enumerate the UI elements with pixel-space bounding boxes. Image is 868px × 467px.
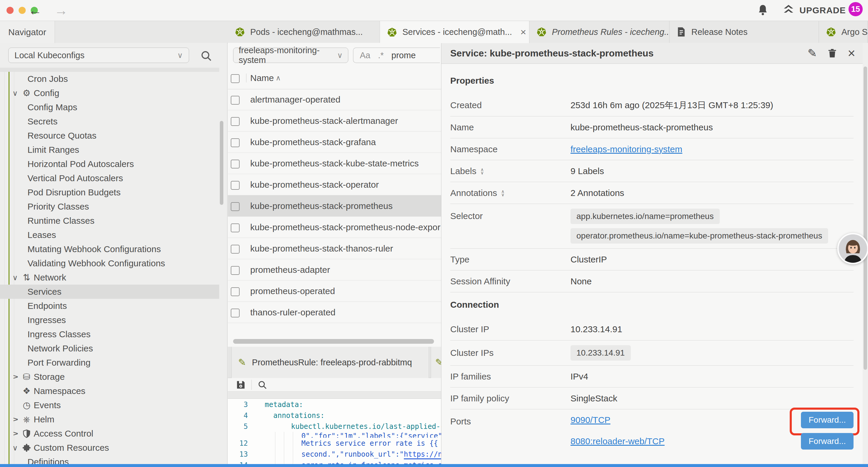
port-link[interactable]: 9090/TCP	[570, 415, 610, 425]
match-case-toggle[interactable]: Aa	[360, 51, 370, 60]
notification-badge[interactable]: 15	[848, 2, 863, 16]
table-row[interactable]: alertmanager-operated	[228, 89, 441, 110]
chevron-down-icon[interactable]: ∨	[12, 89, 18, 97]
detail-row-label: Annotations∧∨	[450, 188, 570, 198]
row-checkbox[interactable]	[231, 202, 240, 211]
sidebar-item-leases[interactable]: Leases	[0, 228, 219, 242]
code-text: kubectl.kubernetes.io/last-applied-con	[291, 422, 441, 431]
horizontal-scrollbar[interactable]	[233, 339, 434, 344]
sidebar-item-network[interactable]: ∨⇅Network	[0, 270, 219, 285]
chevron-right-icon[interactable]: ∨	[11, 374, 20, 380]
row-checkbox[interactable]	[231, 224, 240, 232]
row-checkbox[interactable]	[231, 309, 240, 317]
sidebar-item-resource-quotas[interactable]: Resource Quotas	[0, 128, 219, 143]
row-checkbox[interactable]	[231, 287, 240, 296]
sidebar-item-secrets[interactable]: Secrets	[0, 114, 219, 128]
port-link[interactable]: 8080:reloader-web/TCP	[570, 436, 665, 446]
tab-services-icecheng-math[interactable]: Services - icecheng@math...×	[380, 21, 529, 43]
sidebar-item-port-forwarding[interactable]: Port Forwarding	[0, 356, 219, 370]
tab-release-notes[interactable]: Release Notes	[670, 21, 819, 43]
row-checkbox[interactable]	[231, 181, 240, 190]
table-row[interactable]: kube-prometheus-stack-prometheus-node-ex…	[228, 217, 441, 238]
sidebar-item-config-maps[interactable]: Config Maps	[0, 100, 219, 114]
bell-icon[interactable]	[756, 4, 769, 18]
forward-arrow-icon[interactable]: →	[54, 2, 68, 18]
minimize-window-button[interactable]	[19, 7, 26, 14]
sidebar-item-helm[interactable]: ∨⎈Helm	[0, 412, 219, 427]
save-icon[interactable]	[236, 380, 246, 390]
sidebar-item-horizontal-pod-autoscalers[interactable]: Horizontal Pod Autoscalers	[0, 157, 219, 171]
row-checkbox[interactable]	[231, 159, 240, 169]
column-resize-handle[interactable]	[246, 74, 246, 83]
sidebar-scrollbar[interactable]	[220, 121, 223, 205]
select-all-checkbox[interactable]	[231, 74, 240, 83]
table-row[interactable]: kube-prometheus-stack-prometheus	[228, 195, 441, 217]
user-avatar[interactable]	[837, 233, 868, 264]
sidebar-item-ingresses[interactable]: Ingresses	[0, 313, 219, 327]
table-row[interactable]: kube-prometheus-stack-kube-state-metrics	[228, 153, 441, 174]
search-input[interactable]: Aa .* prome	[353, 48, 440, 63]
table-row[interactable]: thanos-ruler-operated	[228, 302, 441, 323]
row-checkbox[interactable]	[231, 117, 240, 126]
sidebar-item-cron-jobs[interactable]: Cron Jobs	[0, 72, 219, 86]
name-column-header[interactable]: Name	[250, 73, 274, 83]
chevron-down-icon[interactable]: ∨	[12, 273, 18, 282]
row-checkbox[interactable]	[231, 138, 240, 147]
chevron-right-icon[interactable]: ∨	[11, 417, 20, 422]
sidebar-item-vertical-pod-autoscalers[interactable]: Vertical Pod Autoscalers	[0, 171, 219, 185]
detail-scrollbar[interactable]	[864, 66, 867, 370]
sidebar-item-config[interactable]: ∨⚙Config	[0, 86, 219, 100]
table-row[interactable]: kube-prometheus-stack-operator	[228, 174, 441, 195]
expand-collapse-icon[interactable]: ∧∨	[501, 190, 504, 196]
sidebar-item-pod-disruption-budgets[interactable]: Pod Disruption Budgets	[0, 185, 219, 200]
sort-ascending-icon[interactable]: ∧	[276, 74, 281, 82]
sidebar-item-limit-ranges[interactable]: Limit Ranges	[0, 143, 219, 157]
row-checkbox[interactable]	[231, 245, 240, 254]
sidebar-item-runtime-classes[interactable]: Runtime Classes	[0, 214, 219, 228]
chevron-right-icon[interactable]: ∨	[11, 431, 20, 436]
tab-navigator[interactable]: Navigator	[0, 21, 55, 43]
upgrade-button[interactable]: UPGRADE	[782, 4, 846, 17]
namespace-dropdown[interactable]: freeleaps-monitoring-system ∨	[233, 48, 348, 63]
tab-pods-icecheng-mathmas[interactable]: Pods - icecheng@mathmas...	[228, 21, 380, 43]
close-tab-icon[interactable]: ×	[517, 26, 526, 38]
sidebar-item-mutating-webhook-configurations[interactable]: Mutating Webhook Configurations	[0, 242, 219, 256]
sidebar-item-namespaces[interactable]: ❖Namespaces	[0, 384, 219, 398]
sidebar-item-storage[interactable]: ∨⛁Storage	[0, 370, 219, 384]
table-row[interactable]: prometheus-operated	[228, 281, 441, 302]
trash-icon[interactable]	[827, 48, 838, 59]
forward-button[interactable]: Forward...	[801, 433, 854, 449]
sidebar-item-access-control[interactable]: ∨Access Control	[0, 427, 219, 441]
tab-argo-se[interactable]: Argo Se	[819, 21, 868, 43]
close-window-button[interactable]	[6, 7, 13, 14]
sidebar-item-network-policies[interactable]: Network Policies	[0, 341, 219, 356]
sidebar-item-validating-webhook-configurations[interactable]: Validating Webhook Configurations	[0, 256, 219, 270]
row-checkbox[interactable]	[231, 96, 240, 105]
sidebar-item-ingress-classes[interactable]: Ingress Classes	[0, 327, 219, 341]
row-checkbox[interactable]	[231, 266, 240, 275]
kubeconfig-dropdown[interactable]: Local Kubeconfigs ∨	[8, 48, 189, 63]
editor-search-icon[interactable]	[257, 380, 268, 390]
detail-row-label: Created	[450, 100, 570, 110]
namespace-link[interactable]: freeleaps-monitoring-system	[570, 144, 682, 154]
table-row[interactable]: prometheus-adapter	[228, 259, 441, 281]
tab-prometheus-rules-icecheng[interactable]: Prometheus Rules - icecheng...	[529, 21, 670, 43]
sidebar-item-events[interactable]: ◷Events	[0, 398, 219, 412]
editor-tab-clipped[interactable]: ✎	[431, 347, 441, 378]
back-arrow-icon[interactable]: ←	[28, 2, 42, 18]
search-icon[interactable]	[200, 49, 213, 63]
sidebar-item-custom-resources[interactable]: ∨Custom Resources	[0, 441, 219, 455]
yaml-editor[interactable]: 3metadata:4annotations:5kubectl.kubernet…	[228, 399, 441, 467]
chevron-down-icon[interactable]: ∨	[12, 444, 18, 452]
sidebar-item-endpoints[interactable]: Endpoints	[0, 299, 219, 313]
forward-button[interactable]: Forward...	[801, 412, 854, 428]
regex-toggle[interactable]: .*	[378, 51, 383, 60]
code-link[interactable]: https://net	[404, 450, 441, 459]
table-row[interactable]: kube-prometheus-stack-grafana	[228, 132, 441, 153]
editor-tab-prometheusrule[interactable]: ✎ PrometheusRule: freeleaps-prod-rabbitm…	[231, 347, 429, 378]
expand-collapse-icon[interactable]: ∧∨	[480, 168, 484, 174]
sidebar-item-services[interactable]: Services	[0, 285, 219, 299]
table-row[interactable]: kube-prometheus-stack-thanos-ruler	[228, 238, 441, 259]
sidebar-item-priority-classes[interactable]: Priority Classes	[0, 200, 219, 214]
table-row[interactable]: kube-prometheus-stack-alertmanager	[228, 110, 441, 132]
